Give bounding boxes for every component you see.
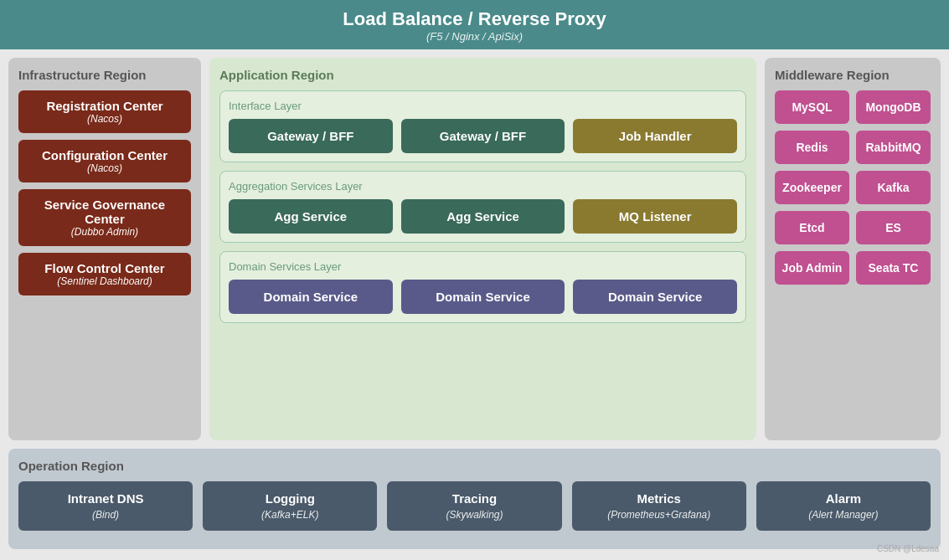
mw-card-2: Redis (775, 131, 849, 164)
layer-cards-2: Domain ServiceDomain ServiceDomain Servi… (229, 280, 737, 314)
mw-card-3: RabbitMQ (856, 131, 931, 164)
layer-box-2: Domain Services LayerDomain ServiceDomai… (219, 251, 746, 323)
banner-subtitle: (F5 / Nginx / ApiSix) (0, 30, 949, 43)
infra-card-sub-1: (Nacos) (25, 162, 184, 174)
op-region-title: Operation Region (18, 459, 931, 473)
op-card-4: Alarm (Alert Manager) (756, 481, 931, 531)
app-region-title: Application Region (219, 68, 746, 82)
infra-card-3: Flow Control Center (Sentinel Dashboard) (18, 253, 191, 295)
layer-box-0: Interface LayerGateway / BFFGateway / BF… (219, 90, 746, 162)
layer-card-2-0: Domain Service (229, 280, 393, 314)
infra-card-1: Configuration Center (Nacos) (18, 140, 191, 182)
op-card-sub-2: (Skywalking) (400, 509, 548, 521)
mw-card-0: MySQL (775, 90, 849, 124)
op-card-0: Intranet DNS (Bind) (18, 481, 193, 531)
op-card-title-2: Tracing (400, 491, 548, 506)
infra-region-title: Infrastructure Region (18, 68, 191, 82)
infra-cards: Registration Center (Nacos)Configuration… (18, 90, 191, 295)
mw-card-1: MongoDB (856, 90, 931, 124)
layer-card-1-1: Agg Service (401, 199, 565, 234)
infra-card-sub-0: (Nacos) (25, 113, 184, 125)
layer-box-1: Aggregation Services LayerAgg ServiceAgg… (219, 171, 746, 243)
watermark: CSDN @Ldesaa (877, 544, 939, 553)
mw-card-5: Kafka (856, 171, 931, 204)
op-card-title-3: Metrics (585, 491, 733, 506)
layer-card-0-2: Job Handler (573, 119, 737, 153)
op-card-title-0: Intranet DNS (32, 491, 179, 506)
infra-card-sub-3: (Sentinel Dashboard) (25, 275, 184, 287)
layer-cards-1: Agg ServiceAgg ServiceMQ Listener (229, 199, 737, 234)
op-card-title-4: Alarm (770, 491, 917, 506)
infra-card-sub-2: (Dubbo Admin) (25, 226, 184, 238)
app-layers: Interface LayerGateway / BFFGateway / BF… (219, 90, 746, 323)
layer-title-1: Aggregation Services Layer (229, 180, 737, 193)
layer-card-0-1: Gateway / BFF (401, 119, 565, 153)
mw-card-9: Seata TC (856, 251, 931, 285)
infra-card-0: Registration Center (Nacos) (18, 90, 191, 133)
op-card-3: Metrics (Prometheus+Grafana) (572, 481, 746, 531)
mw-grid: MySQLMongoDBRedisRabbitMQZookeeperKafkaE… (775, 90, 931, 285)
infra-card-title-1: Configuration Center (25, 148, 184, 162)
infra-card-title-0: Registration Center (25, 99, 184, 113)
layer-card-1-2: MQ Listener (573, 199, 737, 234)
mw-card-4: Zookeeper (775, 171, 849, 204)
op-card-title-1: Logging (216, 491, 364, 506)
banner-title: Load Balance / Reverse Proxy (0, 8, 949, 30)
middleware-region: Middleware Region MySQLMongoDBRedisRabbi… (765, 58, 941, 440)
mw-region-title: Middleware Region (775, 68, 931, 82)
infrastructure-region: Infrastructure Region Registration Cente… (8, 58, 201, 440)
infra-card-title-3: Flow Control Center (25, 261, 184, 275)
layer-title-0: Interface Layer (229, 100, 737, 112)
op-card-sub-4: (Alert Manager) (770, 509, 917, 521)
op-card-sub-0: (Bind) (32, 509, 179, 521)
infra-card-title-2: Service Governance Center (25, 198, 184, 226)
layer-card-2-2: Domain Service (573, 280, 737, 314)
op-card-1: Logging (Kafka+ELK) (203, 481, 377, 531)
layer-card-0-0: Gateway / BFF (229, 119, 393, 153)
op-cards: Intranet DNS (Bind)Logging (Kafka+ELK)Tr… (18, 481, 931, 531)
operation-region: Operation Region Intranet DNS (Bind)Logg… (8, 449, 941, 549)
op-card-sub-1: (Kafka+ELK) (216, 509, 364, 521)
mw-card-7: ES (856, 211, 931, 244)
top-banner: Load Balance / Reverse Proxy (F5 / Nginx… (0, 0, 949, 49)
mw-card-6: Etcd (775, 211, 849, 244)
application-region: Application Region Interface LayerGatewa… (209, 58, 756, 440)
layer-card-2-1: Domain Service (401, 280, 565, 314)
op-card-sub-3: (Prometheus+Grafana) (585, 509, 733, 521)
mw-card-8: Job Admin (775, 251, 849, 285)
layer-title-2: Domain Services Layer (229, 260, 737, 273)
layer-cards-0: Gateway / BFFGateway / BFFJob Handler (229, 119, 737, 153)
infra-card-2: Service Governance Center (Dubbo Admin) (18, 189, 191, 246)
main-content: Infrastructure Region Registration Cente… (0, 49, 949, 449)
layer-card-1-0: Agg Service (229, 199, 393, 234)
op-card-2: Tracing (Skywalking) (387, 481, 561, 531)
